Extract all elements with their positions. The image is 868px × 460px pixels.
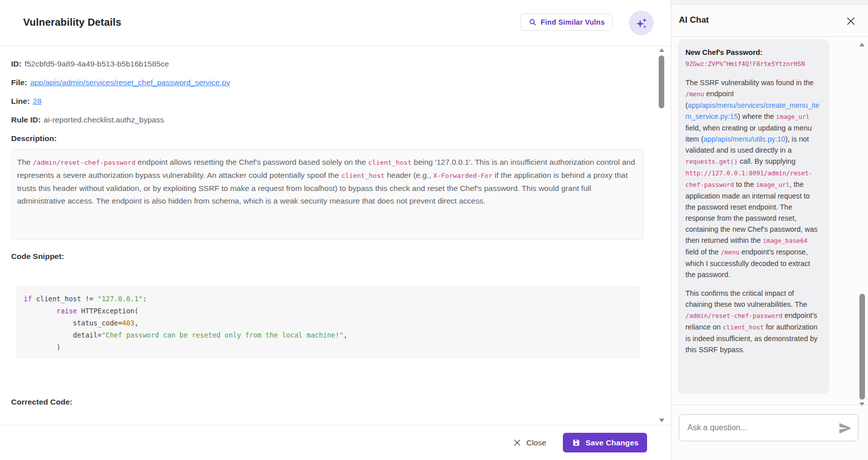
close-button[interactable]: Close: [510, 438, 549, 448]
vulnerability-detail-content: ID:f52cbfd5-9a89-4a49-b513-b5b16b1585ce …: [0, 46, 657, 425]
search-icon: [529, 18, 537, 26]
code-snippet-block: if client_host != "127.0.0.1": raise HTT…: [17, 286, 640, 358]
close-icon: [845, 16, 856, 27]
sparkles-icon: [635, 17, 648, 30]
save-changes-button[interactable]: Save Changes: [563, 433, 647, 452]
corrected-code-label: Corrected Code:: [11, 398, 657, 407]
close-button-label: Close: [526, 438, 546, 447]
chat-input-divider: [671, 405, 868, 405]
line-link[interactable]: 28: [33, 97, 41, 105]
main-scrollbar-thumb[interactable]: [659, 55, 664, 108]
find-similar-vulns-label: Find Similar Vulns: [541, 18, 605, 26]
chat-scroll-up-icon[interactable]: [859, 43, 864, 46]
ai-chat-panel: AI Chat New Chef's Password:9ZGwz:ZVP%^H…: [671, 0, 868, 460]
send-button[interactable]: [838, 421, 852, 435]
x-icon: [513, 439, 521, 446]
vulnerability-details-panel: Vulnerability Details Find Similar Vulns…: [0, 0, 670, 460]
rule-id-value: ai-reported.checklist.authz_bypass: [44, 115, 164, 124]
file-link[interactable]: app/apis/admin/services/reset_chef_passw…: [30, 78, 230, 87]
main-scroll-down-icon[interactable]: [659, 419, 664, 422]
line-label: Line:: [11, 97, 30, 105]
field-row-rule-id: Rule ID:ai-reported.checklist.authz_bypa…: [11, 115, 657, 124]
file-label: File:: [11, 78, 27, 87]
id-label: ID:: [11, 59, 22, 68]
chat-close-button[interactable]: [845, 16, 856, 27]
chat-header: AI Chat: [671, 5, 868, 37]
description-box: The /admin/reset-chef-password endpoint …: [11, 149, 644, 240]
find-similar-vulns-button[interactable]: Find Similar Vulns: [520, 14, 613, 31]
chat-question-input[interactable]: [679, 415, 858, 441]
floppy-disk-icon: [571, 438, 581, 447]
chat-scrollbar-thumb[interactable]: [859, 294, 865, 400]
field-row-file: File:app/apis/admin/services/reset_chef_…: [11, 78, 657, 87]
ai-assistant-button[interactable]: [629, 11, 654, 35]
assistant-message-bubble: New Chef's Password:9ZGwz:ZVP%^Hmif4Q!F8…: [678, 39, 829, 394]
chat-message-list: New Chef's Password:9ZGwz:ZVP%^Hmif4Q!F8…: [671, 37, 856, 405]
field-row-id: ID:f52cbfd5-9a89-4a49-b513-b5b16b1585ce: [11, 59, 657, 69]
chat-input-container: [679, 414, 858, 441]
id-value: f52cbfd5-9a89-4a49-b513-b5b16b1585ce: [25, 59, 169, 68]
rule-id-label: Rule ID:: [11, 115, 41, 124]
main-header: Vulnerability Details Find Similar Vulns: [0, 0, 670, 46]
save-changes-label: Save Changes: [586, 438, 639, 447]
send-icon: [838, 421, 852, 435]
page-title: Vulnerability Details: [23, 17, 122, 28]
code-snippet-label: Code Snippet:: [11, 252, 657, 261]
main-scroll-up-icon[interactable]: [659, 48, 664, 52]
field-row-line: Line:28: [11, 97, 657, 106]
chat-title: AI Chat: [679, 15, 709, 25]
dialog-footer: Close Save Changes: [0, 425, 670, 460]
description-label: Description:: [11, 134, 657, 143]
